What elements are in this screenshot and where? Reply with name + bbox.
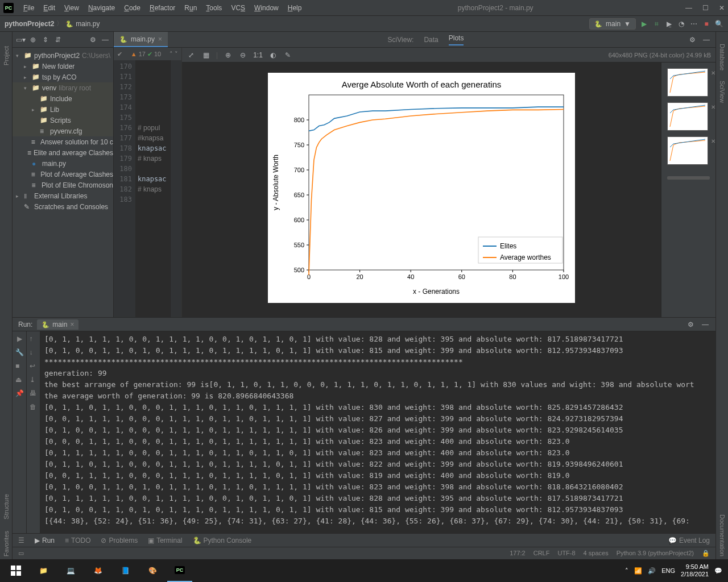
database-tool-tab[interactable]: Database [719, 41, 726, 73]
tray-clock[interactable]: 9:50 AM 2/18/2021 [681, 563, 709, 578]
tree-item[interactable]: main.py [13, 158, 113, 169]
tree-item[interactable]: Include [13, 93, 113, 104]
settings-icon[interactable]: ⚙ [88, 35, 97, 44]
inspection-nav[interactable]: ˄ ˅ [169, 51, 178, 58]
zoom-in-icon[interactable]: ⊕ [224, 51, 233, 60]
tree-item[interactable]: ▸Lib [13, 104, 113, 115]
plot-thumb-2[interactable] [667, 102, 708, 131]
minimize-icon[interactable]: ― [685, 4, 692, 12]
grid-icon[interactable]: ▦ [201, 51, 210, 60]
documentation-tool-tab[interactable]: Documentation [719, 512, 726, 559]
favorites-tool-tab[interactable]: Favorites [3, 528, 10, 559]
thumb-scrollbar[interactable] [667, 176, 710, 180]
menu-refactor[interactable]: Refactor [146, 2, 179, 14]
cursor-pos[interactable]: 177:2 [510, 550, 526, 557]
attach-icon[interactable]: ⋯ [689, 19, 698, 28]
code-area[interactable]: # popul #knapsa knapsac # knaps knapsac … [135, 60, 170, 317]
bottom-todo[interactable]: ≡ TODO [65, 537, 90, 544]
run-tab-main[interactable]: main × [37, 319, 78, 330]
down-icon[interactable]: ↓ [30, 348, 38, 356]
tree-item[interactable]: ≡Answer solution for 10 c [13, 136, 113, 147]
lock-icon[interactable]: 🔒 [702, 550, 710, 557]
tree-item[interactable]: ▸⫴External Libraries [13, 190, 113, 201]
taskbar-thispc[interactable]: 💻 [58, 559, 83, 582]
sciview-tab-data[interactable]: Data [424, 36, 438, 44]
menu-edit[interactable]: Edit [39, 2, 59, 14]
bottom-terminal[interactable]: ▣ Terminal [148, 537, 182, 544]
encoding[interactable]: UTF-8 [557, 550, 575, 557]
run-hide-icon[interactable]: — [701, 320, 710, 329]
tree-item[interactable]: ≡Plot of Elite Chromoson [13, 180, 113, 190]
taskbar-explorer[interactable]: 📁 [31, 559, 56, 582]
project-dropdown-icon[interactable]: ▭▾ [16, 35, 25, 44]
plot-thumb-3[interactable] [667, 136, 708, 165]
tray-notifications-icon[interactable]: 💬 [714, 567, 722, 575]
menu-run[interactable]: Run [180, 2, 201, 14]
start-button[interactable] [3, 559, 28, 582]
bottom-pyconsole[interactable]: 🐍 Python Console [193, 537, 252, 544]
editor[interactable]: ✔ ▲ 17 ✔ 10 ˄ ˅ 170 171 172 173 174 175 … [114, 48, 182, 317]
tree-item[interactable]: ▾pythonProject2 C:\Users\ [13, 50, 113, 61]
interpreter[interactable]: Python 3.9 (pythonProject2) [617, 550, 694, 557]
expand-all-icon[interactable]: ⇕ [41, 35, 50, 44]
tray-wifi-icon[interactable]: 📶 [634, 567, 642, 575]
menu-vcs[interactable]: VCS [227, 2, 249, 14]
menu-view[interactable]: View [60, 2, 83, 14]
menu-file[interactable]: File [19, 2, 38, 14]
taskbar-notepad[interactable]: 📘 [113, 559, 138, 582]
pin-icon[interactable]: 📌 [15, 389, 23, 397]
locate-icon[interactable]: ⊕ [28, 35, 38, 44]
menu-navigate[interactable]: Navigate [84, 2, 119, 14]
tree-item[interactable]: ▸tsp by ACO [13, 72, 113, 82]
tree-item[interactable]: ≡Elite and average Clashes [13, 147, 113, 158]
sciview-tool-tab[interactable]: SciView [719, 78, 726, 106]
bottom-run[interactable]: ▶ Run [35, 537, 55, 544]
tray-chevron-up-icon[interactable]: ˄ [625, 567, 628, 575]
sciview-settings-icon[interactable]: ⚙ [688, 35, 697, 44]
print-icon[interactable]: 🖶 [30, 389, 38, 397]
color-picker-icon[interactable]: ✎ [283, 51, 292, 60]
exit-icon[interactable]: ⏏ [15, 376, 23, 384]
sciview-hide-icon[interactable]: — [702, 35, 711, 44]
plot-thumb-1[interactable] [667, 68, 708, 97]
editor-tab-main[interactable]: main.py × [114, 32, 168, 47]
taskbar-paint[interactable]: 🎨 [140, 559, 165, 582]
maximize-icon[interactable]: ☐ [702, 4, 709, 12]
tray-lang[interactable]: ENG [661, 567, 675, 574]
zoom-out-icon[interactable]: ⊖ [238, 51, 247, 60]
breadcrumb-file[interactable]: main.py [76, 20, 100, 28]
menu-window[interactable]: Window [250, 2, 283, 14]
run-config-selector[interactable]: main ▼ [589, 18, 636, 30]
status-corner-icon[interactable]: ▭ [18, 550, 24, 557]
softwrap-icon[interactable]: ↩ [30, 362, 38, 370]
menu-help[interactable]: Help [284, 2, 306, 14]
tray-volume-icon[interactable]: 🔊 [648, 567, 656, 575]
breadcrumb-project[interactable]: pythonProject2 [5, 20, 54, 28]
bottom-problems[interactable]: ⊘ Problems [101, 537, 138, 544]
tree-item[interactable]: ≡Plot of Average Clashes [13, 169, 113, 180]
fit-icon[interactable]: ⤢ [187, 51, 196, 60]
run-console[interactable]: [0, 1, 1, 1, 1, 1, 0, 0, 1, 1, 1, 1, 0, … [40, 331, 715, 533]
clear-icon[interactable]: 🗑 [30, 403, 38, 411]
run-settings-icon[interactable]: ⚙ [686, 320, 695, 329]
close-tab-icon[interactable]: × [158, 35, 162, 43]
tree-item[interactable]: ▾venv library root [13, 82, 113, 93]
close-run-tab-icon[interactable]: × [70, 321, 74, 329]
close-icon[interactable]: ✕ [719, 4, 725, 12]
tree-item[interactable]: ✎Scratches and Consoles [13, 201, 113, 212]
menu-tools[interactable]: Tools [202, 2, 226, 14]
up-icon[interactable]: ↑ [30, 335, 38, 343]
menu-code[interactable]: Code [120, 2, 144, 14]
bottom-eventlog[interactable]: 💬 Event Log [668, 537, 710, 544]
project-tree[interactable]: ▾pythonProject2 C:\Users\▸New folder▸tsp… [13, 48, 114, 317]
taskbar-firefox[interactable]: 🦊 [85, 559, 110, 582]
project-tool-tab[interactable]: Project [3, 43, 10, 68]
indent[interactable]: 4 spaces [584, 550, 609, 557]
tree-item[interactable]: ▸New folder [13, 61, 113, 72]
profile-icon[interactable]: ◔ [677, 19, 686, 28]
coverage-icon[interactable]: ▶̤ [664, 19, 673, 28]
stop-icon[interactable]: ■ [702, 19, 711, 28]
wrench-icon[interactable]: 🔧 [15, 348, 23, 356]
line-sep[interactable]: CRLF [533, 550, 550, 557]
run-icon[interactable]: ▶ [639, 19, 648, 28]
